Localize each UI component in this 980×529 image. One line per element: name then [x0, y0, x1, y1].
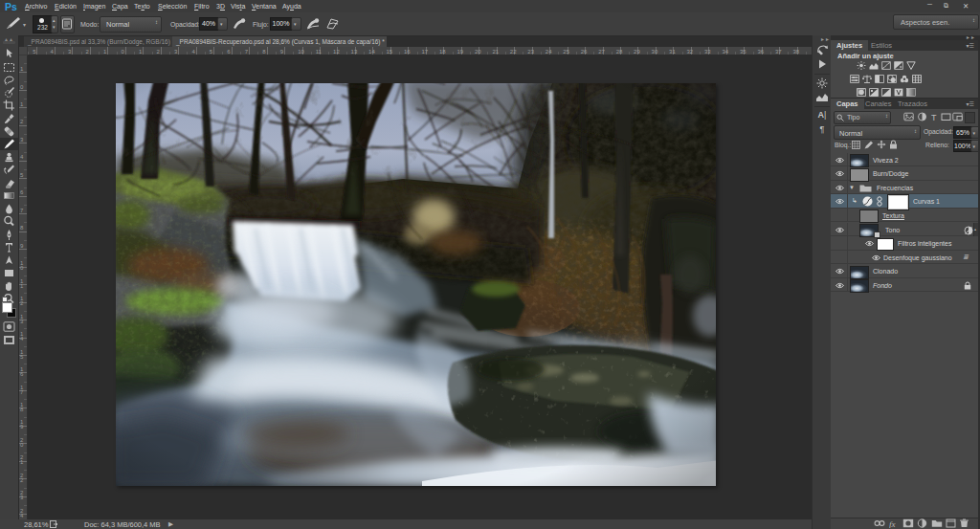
svg-text:T: T [931, 113, 937, 122]
svg-text:fx: fx [889, 519, 896, 529]
